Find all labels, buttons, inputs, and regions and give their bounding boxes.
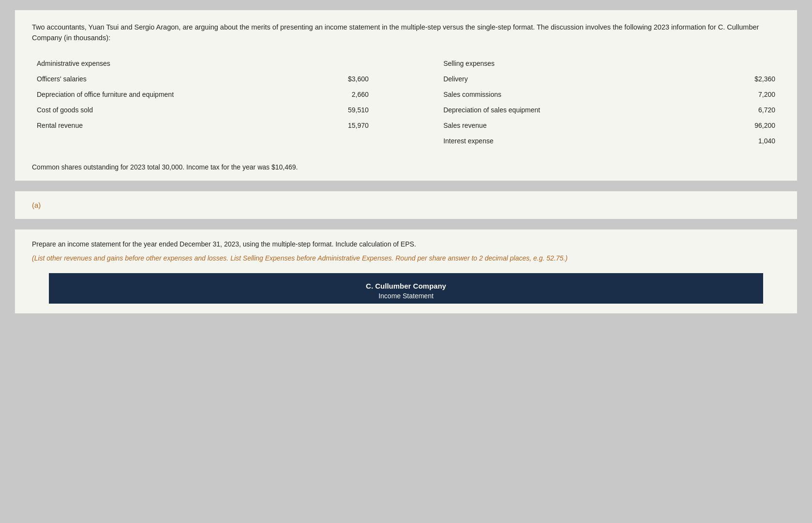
right-label-2: Depreciation of sales equipment (438, 102, 699, 118)
table-row: Depreciation of office furniture and equ… (32, 87, 780, 102)
right-value-1: 7,200 (699, 87, 780, 102)
instruction-italic: (List other revenues and gains before ot… (32, 253, 780, 263)
section-a-label: (a) (32, 201, 780, 209)
intro-text: Two accountants, Yuan Tsui and Sergio Ar… (32, 22, 780, 44)
right-value-0: $2,360 (699, 71, 780, 87)
left-label-2: Cost of goods sold (32, 102, 292, 118)
table-row: Interest expense 1,040 (32, 133, 780, 149)
right-label-1: Sales commissions (438, 87, 699, 102)
right-value-3: 96,200 (699, 118, 780, 133)
right-label-0: Delivery (438, 71, 699, 87)
right-value-4: 1,040 (699, 133, 780, 149)
company-subtitle: Income Statement (59, 292, 753, 300)
instruction-main: Prepare an income statement for the year… (32, 239, 780, 249)
page-container: Two accountants, Yuan Tsui and Sergio Ar… (0, 0, 812, 328)
section-a-box: (a) (15, 191, 797, 219)
right-value-2: 6,720 (699, 102, 780, 118)
table-row: Officers' salaries $3,600 Delivery $2,36… (32, 71, 780, 87)
right-label-4: Interest expense (438, 133, 699, 149)
financial-data-table: Administrative expenses Selling expenses… (32, 56, 780, 149)
company-header-box: C. Cullumber Company Income Statement (49, 273, 763, 304)
footer-note: Common shares outstanding for 2023 total… (32, 158, 780, 171)
left-label-0: Officers' salaries (32, 71, 292, 87)
left-value-2: 59,510 (292, 102, 374, 118)
left-value-0: $3,600 (292, 71, 374, 87)
left-label-3: Rental revenue (32, 118, 292, 133)
left-label-1: Depreciation of office furniture and equ… (32, 87, 292, 102)
info-box: Two accountants, Yuan Tsui and Sergio Ar… (15, 10, 797, 181)
right-label-3: Sales revenue (438, 118, 699, 133)
table-row: Cost of goods sold 59,510 Depreciation o… (32, 102, 780, 118)
right-section-header: Selling expenses (438, 56, 699, 71)
company-name: C. Cullumber Company (59, 282, 753, 290)
table-row: Rental revenue 15,970 Sales revenue 96,2… (32, 118, 780, 133)
instructions-box: Prepare an income statement for the year… (15, 229, 797, 314)
left-section-header: Administrative expenses (32, 56, 292, 71)
left-value-1: 2,660 (292, 87, 374, 102)
left-value-3: 15,970 (292, 118, 374, 133)
